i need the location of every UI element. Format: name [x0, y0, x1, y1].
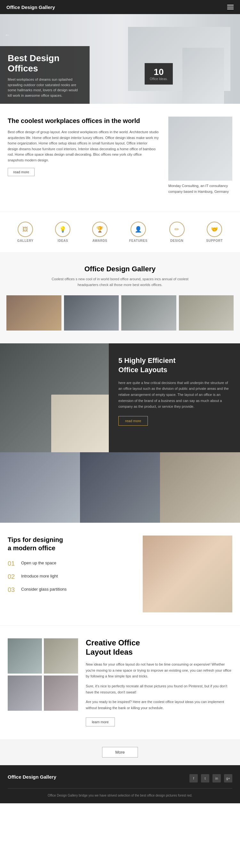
gallery-section: Office Design Gallery Coolest offices s …	[0, 252, 240, 343]
tip-num-1: 01	[8, 560, 16, 567]
awards-icon: 🏆	[92, 222, 107, 237]
coolest-heading: The coolest workplaces offices in the wo…	[8, 117, 159, 125]
efficient-content: 5 Highly Efficient Office Layouts here a…	[109, 343, 240, 452]
hero-person-photo	[182, 48, 224, 104]
creative-section: Creative Office Layout Ideas New ideas f…	[0, 625, 240, 739]
ideas-label: IDEAS	[58, 239, 68, 243]
footer-google-icon[interactable]: g+	[224, 774, 232, 782]
photo-grid-cell-3	[160, 452, 240, 523]
creative-content: Creative Office Layout Ideas New ideas f…	[86, 638, 232, 726]
support-icon: 🤝	[207, 222, 222, 237]
footer-copyright: Office Design Gallery bridge you we have…	[8, 788, 232, 798]
gallery-thumb-1[interactable]	[6, 295, 62, 331]
coolest-section: The coolest workplaces offices in the wo…	[0, 104, 240, 212]
creative-learn-more-button[interactable]: learn more	[86, 717, 115, 726]
tip-num-3: 03	[8, 586, 16, 593]
more-section: More	[0, 739, 240, 765]
icon-row: 🖼 GALLERY 💡 IDEAS 🏆 AWARDS 👤 FEATURES ✏ …	[0, 212, 240, 252]
coolest-read-more-button[interactable]: read more	[8, 168, 35, 176]
efficient-desk-photo	[51, 395, 109, 452]
icon-features[interactable]: 👤 FEATURES	[129, 222, 147, 243]
footer-top: Office Design Gallery f t in g+	[8, 774, 232, 782]
coolest-person-photo	[168, 117, 232, 181]
coolest-left: The coolest workplaces offices in the wo…	[8, 117, 159, 199]
efficient-heading: 5 Highly Efficient Office Layouts	[118, 356, 230, 374]
photo-grid-3	[0, 452, 240, 523]
hero-heading: Best Design Offices	[8, 53, 82, 74]
tip-item-2: 02 Introduce more light	[8, 573, 135, 580]
coolest-body: Best office design of group layout. Are …	[8, 129, 159, 163]
tip-item-3: 03 Consider glass partitions	[8, 586, 135, 593]
tip-item-1: 01 Open up the space	[8, 560, 135, 567]
gallery-subtitle: Coolest offices s new cool of in world b…	[43, 276, 197, 288]
coolest-caption: Monday Consulting, an IT consultancy com…	[168, 183, 232, 194]
creative-para1: New ideas for your office layout do not …	[86, 661, 232, 679]
icon-gallery[interactable]: 🖼 GALLERY	[17, 222, 34, 243]
hero-badge-label: Office Ideas.	[150, 77, 168, 81]
efficient-body: here are quite a few critical decisions …	[118, 380, 230, 410]
tip-text-2: Introduce more light	[21, 573, 58, 579]
footer-facebook-icon[interactable]: f	[190, 774, 198, 782]
hero-description: Meet workplaces of dreams sun splashed s…	[8, 77, 82, 98]
header-title: Office Design Gallery	[6, 4, 55, 10]
tips-content: Tips for designing a modern office 01 Op…	[8, 535, 135, 612]
gallery-icon: 🖼	[18, 222, 33, 237]
creative-heading: Creative Office Layout Ideas	[86, 638, 232, 657]
icon-design[interactable]: ✏ DESIGN	[169, 222, 185, 243]
features-icon: 👤	[131, 222, 146, 237]
header: Office Design Gallery	[0, 0, 240, 14]
hero-badge-number: 10	[150, 67, 168, 77]
creative-photo-4	[44, 676, 78, 711]
tip-text-3: Consider glass partitions	[21, 586, 67, 592]
footer-twitter-icon[interactable]: t	[201, 774, 209, 782]
efficient-read-more-button[interactable]: read more	[118, 416, 148, 426]
more-button[interactable]: More	[102, 747, 138, 757]
creative-para3: Are you ready to be inspired? Here are t…	[86, 699, 232, 711]
tip-text-1: Open up the space	[21, 560, 56, 565]
hamburger-menu[interactable]	[227, 5, 234, 9]
gallery-thumb-2[interactable]	[64, 295, 119, 331]
tips-heading: Tips for designing a modern office	[8, 535, 135, 552]
hero-section: ← Best Design Offices Meet workplaces of…	[0, 14, 240, 104]
gallery-title: Office Design Gallery	[6, 265, 234, 273]
support-label: SUPPORT	[206, 239, 223, 243]
photo-grid-cell-2	[80, 452, 160, 523]
creative-photo-2	[44, 638, 78, 674]
tips-photo-area	[143, 535, 232, 612]
design-icon: ✏	[169, 222, 185, 237]
footer: Office Design Gallery f t in g+ Office D…	[0, 765, 240, 803]
ideas-icon: 💡	[55, 222, 70, 237]
photo-grid-cell-1	[0, 452, 80, 523]
icon-ideas[interactable]: 💡 IDEAS	[55, 222, 70, 243]
footer-instagram-icon[interactable]: in	[212, 774, 221, 782]
efficient-photo	[0, 343, 109, 452]
icon-awards[interactable]: 🏆 AWARDS	[92, 222, 107, 243]
design-label: DESIGN	[170, 239, 183, 243]
creative-photo-3	[8, 676, 42, 711]
awards-label: AWARDS	[93, 239, 107, 243]
gallery-thumb-3[interactable]	[121, 295, 176, 331]
tips-section: Tips for designing a modern office 01 Op…	[0, 523, 240, 625]
hero-text-overlay: Best Design Offices Meet workplaces of d…	[0, 46, 90, 104]
hero-badge: 10 Office Ideas.	[145, 63, 173, 85]
gallery-grid	[6, 295, 234, 331]
tip-num-2: 02	[8, 573, 16, 580]
features-label: FEATURES	[129, 239, 147, 243]
hero-arrow-icon: ←	[4, 32, 10, 38]
gallery-thumb-4[interactable]	[179, 295, 234, 331]
efficient-section: 5 Highly Efficient Office Layouts here a…	[0, 343, 240, 452]
footer-social-icons: f t in g+	[190, 774, 232, 782]
icon-support[interactable]: 🤝 SUPPORT	[206, 222, 223, 243]
creative-photo-1	[8, 638, 42, 674]
creative-photo-grid	[8, 638, 78, 711]
creative-para2: Sure, it's nice to perfectly recreate al…	[86, 683, 232, 695]
tips-photo	[143, 535, 232, 612]
coolest-right: Monday Consulting, an IT consultancy com…	[168, 117, 232, 199]
creative-photo-grid-container	[8, 638, 78, 726]
footer-title: Office Design Gallery	[8, 774, 56, 780]
gallery-label: GALLERY	[17, 239, 34, 243]
